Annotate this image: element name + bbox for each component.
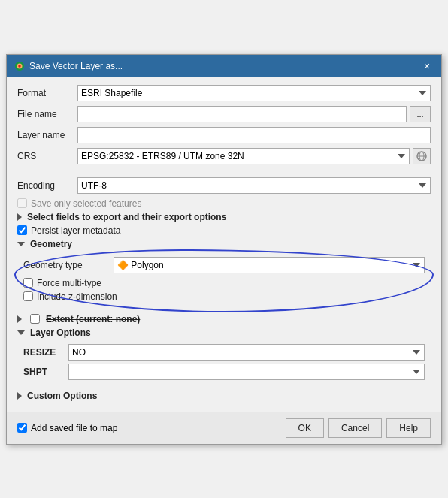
resize-row: RESIZE NO (23, 344, 425, 361)
layername-row: Layer name (17, 127, 431, 143)
qgis-icon (14, 61, 25, 71)
geometry-type-control: 🔶 Polygon (114, 257, 425, 273)
extent-checkbox[interactable] (30, 314, 40, 324)
select-fields-label: Select fields to export and their export… (27, 212, 226, 222)
geometry-header[interactable]: Geometry (17, 239, 431, 249)
geometry-label: Geometry (30, 239, 72, 249)
shpt-label: SHPT (23, 367, 68, 377)
filename-label: File name (17, 109, 77, 119)
browse-button[interactable]: ... (410, 106, 431, 122)
layer-options-header[interactable]: Layer Options (17, 327, 431, 338)
shpt-row: SHPT (23, 364, 425, 380)
close-button[interactable]: × (420, 59, 434, 73)
select-fields-arrow (17, 213, 22, 221)
include-z-checkbox[interactable] (23, 291, 33, 301)
encoding-label: Encoding (17, 180, 77, 191)
crs-button[interactable] (413, 148, 431, 164)
dialog-body: Format ESRI Shapefile File name ... Laye… (7, 77, 441, 412)
extent-header[interactable]: Extent (current: none) (17, 314, 431, 324)
title-bar-left: Save Vector Layer as... (14, 61, 123, 71)
select-fields-header[interactable]: Select fields to export and their export… (17, 212, 431, 222)
geometry-type-label: Geometry type (23, 260, 114, 270)
force-multi-row: Force multi-type (23, 278, 425, 288)
layername-label: Layer name (17, 130, 77, 140)
layername-control (77, 127, 431, 143)
filename-input[interactable] (77, 106, 407, 122)
format-control: ESRI Shapefile (77, 85, 431, 101)
geometry-arrow (17, 242, 25, 246)
save-only-row: Save only selected features (17, 198, 431, 209)
custom-options-label: Custom Options (27, 391, 97, 401)
format-select[interactable]: ESRI Shapefile (77, 85, 431, 101)
save-only-label: Save only selected features (31, 198, 141, 209)
geometry-type-row: Geometry type 🔶 Polygon (23, 257, 425, 273)
format-label: Format (17, 88, 77, 98)
dialog-title: Save Vector Layer as... (29, 61, 123, 71)
custom-options-header[interactable]: Custom Options (17, 391, 431, 401)
save-vector-layer-dialog: Save Vector Layer as... × Format ESRI Sh… (6, 54, 442, 445)
divider-1 (17, 171, 431, 171)
ok-button[interactable]: OK (286, 418, 324, 438)
crs-select[interactable]: EPSG:25832 - ETRS89 / UTM zone 32N (77, 148, 410, 164)
crs-label: CRS (17, 151, 77, 161)
layer-options-label: Layer Options (30, 327, 91, 338)
bottom-left: Add saved file to map (17, 423, 281, 433)
add-to-map-checkbox[interactable] (17, 423, 27, 433)
globe-icon (416, 151, 427, 161)
persist-metadata-checkbox[interactable] (17, 225, 27, 235)
layer-options-arrow (17, 330, 25, 335)
geometry-inner: Geometry type 🔶 Polygon Force multi-type… (17, 252, 431, 309)
custom-options-arrow (17, 392, 22, 400)
persist-metadata-row: Persist layer metadata (17, 225, 431, 236)
layer-options-section: Layer Options RESIZE NO SHPT (17, 327, 431, 386)
svg-point-2 (18, 65, 21, 68)
title-bar: Save Vector Layer as... × (7, 55, 441, 77)
geometry-section: Geometry type 🔶 Polygon Force multi-type… (17, 252, 431, 309)
include-z-label: Include z-dimension (37, 291, 117, 302)
force-multi-checkbox[interactable] (23, 278, 33, 288)
add-to-map-label: Add saved file to map (31, 423, 117, 433)
include-z-row: Include z-dimension (23, 291, 425, 302)
layer-options-inner: RESIZE NO SHPT (17, 341, 431, 386)
format-row: Format ESRI Shapefile (17, 85, 431, 101)
persist-metadata-label: Persist layer metadata (31, 225, 120, 236)
geometry-type-select[interactable]: 🔶 Polygon (114, 257, 425, 273)
help-button[interactable]: Help (386, 418, 431, 438)
resize-select[interactable]: NO (68, 344, 425, 361)
save-only-checkbox[interactable] (17, 198, 27, 208)
bottom-bar: Add saved file to map OK Cancel Help (7, 412, 441, 444)
shpt-select[interactable] (68, 364, 425, 380)
encoding-row: Encoding UTF-8 (17, 177, 431, 194)
crs-control: EPSG:25832 - ETRS89 / UTM zone 32N (77, 148, 431, 164)
cancel-button[interactable]: Cancel (328, 418, 382, 438)
filename-row: File name ... (17, 106, 431, 122)
extent-label: Extent (current: none) (46, 314, 140, 324)
extent-arrow (17, 315, 22, 323)
filename-control: ... (77, 106, 431, 122)
crs-row: CRS EPSG:25832 - ETRS89 / UTM zone 32N (17, 148, 431, 164)
resize-label: RESIZE (23, 347, 68, 358)
force-multi-label: Force multi-type (37, 278, 101, 288)
layername-input[interactable] (77, 127, 431, 143)
encoding-select[interactable]: UTF-8 (77, 177, 431, 194)
